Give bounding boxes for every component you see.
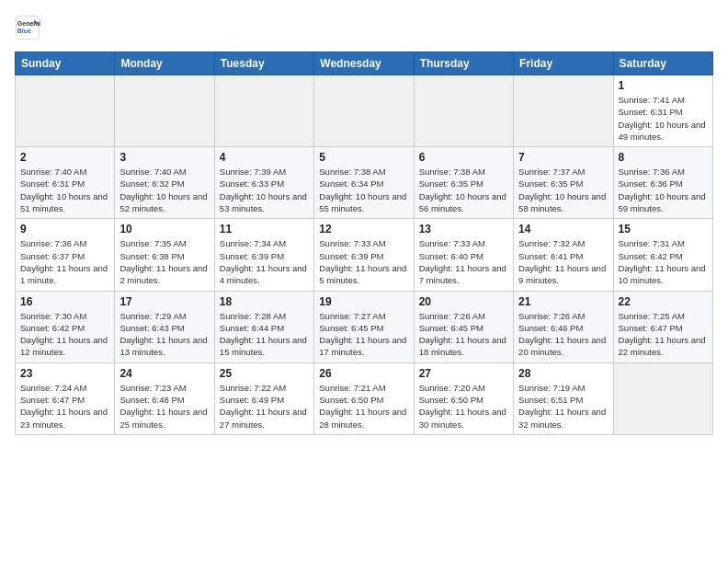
calendar-cell: 6Sunrise: 7:38 AM Sunset: 6:35 PM Daylig… [414, 147, 513, 219]
day-number: 11 [220, 223, 309, 236]
day-info: Sunrise: 7:35 AM Sunset: 6:38 PM Dayligh… [119, 237, 209, 286]
day-info: Sunrise: 7:26 AM Sunset: 6:45 PM Dayligh… [419, 310, 508, 359]
calendar-cell [613, 362, 712, 434]
day-number: 24 [119, 367, 209, 380]
day-number: 14 [518, 223, 608, 236]
logo: General Blue [15, 15, 40, 40]
calendar-cell: 18Sunrise: 7:28 AM Sunset: 6:44 PM Dayli… [214, 291, 313, 362]
day-number: 25 [220, 367, 309, 380]
day-number: 16 [20, 295, 109, 308]
calendar-cell: 3Sunrise: 7:40 AM Sunset: 6:32 PM Daylig… [115, 147, 214, 219]
day-number: 17 [119, 295, 209, 308]
day-info: Sunrise: 7:34 AM Sunset: 6:39 PM Dayligh… [220, 237, 309, 286]
calendar-cell: 10Sunrise: 7:35 AM Sunset: 6:38 PM Dayli… [115, 219, 214, 291]
calendar-week-5: 23Sunrise: 7:24 AM Sunset: 6:47 PM Dayli… [16, 362, 713, 434]
day-number: 2 [20, 151, 109, 164]
day-number: 27 [419, 367, 508, 380]
day-number: 9 [20, 223, 109, 236]
calendar-cell: 26Sunrise: 7:21 AM Sunset: 6:50 PM Dayli… [314, 362, 414, 434]
calendar-cell: 15Sunrise: 7:31 AM Sunset: 6:42 PM Dayli… [613, 219, 712, 291]
day-info: Sunrise: 7:40 AM Sunset: 6:31 PM Dayligh… [20, 166, 109, 214]
calendar-cell: 12Sunrise: 7:33 AM Sunset: 6:39 PM Dayli… [314, 219, 414, 291]
calendar-cell: 1Sunrise: 7:41 AM Sunset: 6:31 PM Daylig… [613, 75, 712, 147]
day-number: 26 [319, 367, 408, 380]
calendar-cell [314, 75, 414, 147]
day-number: 15 [619, 223, 708, 236]
day-number: 10 [119, 223, 209, 236]
calendar-cell: 27Sunrise: 7:20 AM Sunset: 6:50 PM Dayli… [414, 362, 513, 434]
calendar-cell: 22Sunrise: 7:25 AM Sunset: 6:47 PM Dayli… [613, 291, 712, 362]
calendar-week-4: 16Sunrise: 7:30 AM Sunset: 6:42 PM Dayli… [16, 291, 713, 362]
calendar-cell: 13Sunrise: 7:33 AM Sunset: 6:40 PM Dayli… [414, 219, 513, 291]
day-info: Sunrise: 7:26 AM Sunset: 6:46 PM Dayligh… [518, 310, 608, 359]
calendar-cell: 20Sunrise: 7:26 AM Sunset: 6:45 PM Dayli… [414, 291, 513, 362]
weekday-header-tuesday: Tuesday [214, 52, 313, 75]
day-number: 4 [220, 151, 309, 164]
calendar-cell: 11Sunrise: 7:34 AM Sunset: 6:39 PM Dayli… [214, 219, 313, 291]
weekday-header-friday: Friday [514, 52, 613, 75]
day-number: 21 [518, 295, 608, 308]
day-info: Sunrise: 7:30 AM Sunset: 6:42 PM Dayligh… [20, 310, 109, 359]
day-info: Sunrise: 7:37 AM Sunset: 6:35 PM Dayligh… [518, 166, 608, 214]
day-info: Sunrise: 7:33 AM Sunset: 6:40 PM Dayligh… [419, 237, 508, 286]
calendar-table: SundayMondayTuesdayWednesdayThursdayFrid… [15, 52, 713, 435]
calendar-cell: 28Sunrise: 7:19 AM Sunset: 6:51 PM Dayli… [514, 362, 613, 434]
calendar-cell: 24Sunrise: 7:23 AM Sunset: 6:48 PM Dayli… [115, 362, 214, 434]
day-info: Sunrise: 7:22 AM Sunset: 6:49 PM Dayligh… [220, 382, 309, 431]
day-number: 8 [619, 151, 708, 164]
calendar-cell: 19Sunrise: 7:27 AM Sunset: 6:45 PM Dayli… [314, 291, 414, 362]
weekday-header-thursday: Thursday [414, 52, 513, 75]
day-info: Sunrise: 7:23 AM Sunset: 6:48 PM Dayligh… [119, 382, 209, 431]
day-number: 22 [619, 295, 708, 308]
day-number: 18 [220, 295, 309, 308]
day-info: Sunrise: 7:20 AM Sunset: 6:50 PM Dayligh… [419, 382, 508, 431]
day-number: 28 [518, 367, 608, 380]
day-info: Sunrise: 7:38 AM Sunset: 6:35 PM Dayligh… [419, 166, 508, 214]
weekday-header-saturday: Saturday [613, 52, 712, 75]
calendar-cell: 14Sunrise: 7:32 AM Sunset: 6:41 PM Dayli… [514, 219, 613, 291]
day-number: 20 [419, 295, 508, 308]
calendar-cell [16, 75, 115, 147]
day-info: Sunrise: 7:36 AM Sunset: 6:36 PM Dayligh… [619, 166, 708, 214]
day-info: Sunrise: 7:32 AM Sunset: 6:41 PM Dayligh… [518, 237, 608, 286]
weekday-header-sunday: Sunday [16, 52, 115, 75]
calendar-cell: 9Sunrise: 7:36 AM Sunset: 6:37 PM Daylig… [16, 219, 115, 291]
day-info: Sunrise: 7:41 AM Sunset: 6:31 PM Dayligh… [619, 94, 708, 143]
calendar-cell [214, 75, 313, 147]
calendar-cell: 21Sunrise: 7:26 AM Sunset: 6:46 PM Dayli… [514, 291, 613, 362]
day-info: Sunrise: 7:21 AM Sunset: 6:50 PM Dayligh… [319, 382, 408, 431]
day-info: Sunrise: 7:31 AM Sunset: 6:42 PM Dayligh… [619, 237, 708, 286]
calendar-cell: 4Sunrise: 7:39 AM Sunset: 6:33 PM Daylig… [214, 147, 313, 219]
calendar-week-1: 1Sunrise: 7:41 AM Sunset: 6:31 PM Daylig… [16, 75, 713, 147]
day-info: Sunrise: 7:28 AM Sunset: 6:44 PM Dayligh… [220, 310, 309, 359]
day-info: Sunrise: 7:38 AM Sunset: 6:34 PM Dayligh… [319, 166, 408, 214]
day-number: 19 [319, 295, 408, 308]
day-number: 6 [419, 151, 508, 164]
calendar-cell [115, 75, 214, 147]
weekday-header-row: SundayMondayTuesdayWednesdayThursdayFrid… [16, 52, 713, 75]
calendar-cell: 25Sunrise: 7:22 AM Sunset: 6:49 PM Dayli… [214, 362, 313, 434]
day-number: 23 [20, 367, 109, 380]
day-info: Sunrise: 7:24 AM Sunset: 6:47 PM Dayligh… [20, 382, 109, 431]
calendar-cell [414, 75, 513, 147]
day-number: 5 [319, 151, 408, 164]
day-info: Sunrise: 7:19 AM Sunset: 6:51 PM Dayligh… [518, 382, 608, 431]
logo-icon: General Blue [15, 15, 40, 40]
calendar-cell: 2Sunrise: 7:40 AM Sunset: 6:31 PM Daylig… [16, 147, 115, 219]
calendar-week-2: 2Sunrise: 7:40 AM Sunset: 6:31 PM Daylig… [16, 147, 713, 219]
day-info: Sunrise: 7:33 AM Sunset: 6:39 PM Dayligh… [319, 237, 408, 286]
day-number: 13 [419, 223, 508, 236]
calendar-cell: 7Sunrise: 7:37 AM Sunset: 6:35 PM Daylig… [514, 147, 613, 219]
day-info: Sunrise: 7:27 AM Sunset: 6:45 PM Dayligh… [319, 310, 408, 359]
calendar-cell [514, 75, 613, 147]
weekday-header-wednesday: Wednesday [314, 52, 414, 75]
day-info: Sunrise: 7:39 AM Sunset: 6:33 PM Dayligh… [220, 166, 309, 214]
calendar-cell: 23Sunrise: 7:24 AM Sunset: 6:47 PM Dayli… [16, 362, 115, 434]
weekday-header-monday: Monday [115, 52, 214, 75]
calendar-cell: 5Sunrise: 7:38 AM Sunset: 6:34 PM Daylig… [314, 147, 414, 219]
day-info: Sunrise: 7:29 AM Sunset: 6:43 PM Dayligh… [119, 310, 209, 359]
day-info: Sunrise: 7:40 AM Sunset: 6:32 PM Dayligh… [119, 166, 209, 214]
day-number: 1 [619, 79, 708, 92]
calendar-cell: 17Sunrise: 7:29 AM Sunset: 6:43 PM Dayli… [115, 291, 214, 362]
page-header: General Blue [15, 15, 713, 40]
